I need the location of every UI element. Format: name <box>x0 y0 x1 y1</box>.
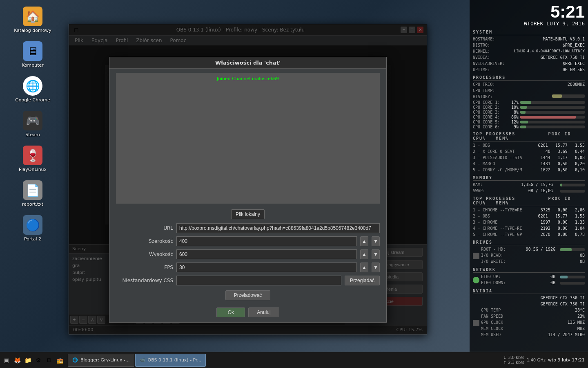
top-processes-2: TOP PROCESSES PROC ID CPU% MEM% 1 - CHRO… <box>473 196 585 238</box>
network-section: NETWORK ETH0 UP:0B ETH0 DOWN:0B <box>473 267 585 286</box>
fps-field-row: FPS ▲ ▼ <box>116 263 380 272</box>
processors-section: PROCESSORS CPU FREQ:2000MHZ CPU TEMP: HI… <box>473 75 585 129</box>
desktop-icon-playonlinux[interactable]: 🍷 PlayOnLinux <box>8 143 57 175</box>
top-proc-header-1: TOP PROCESSES PROC ID CPU% MEM% <box>473 132 585 141</box>
portal2-label: Portal 2 <box>24 236 41 242</box>
desktop-icon-komputer[interactable]: 🖥 Komputer <box>8 39 57 70</box>
playonlinux-icon: 🍷 <box>23 146 42 165</box>
net-down-icon: ↓ <box>503 355 506 360</box>
desktop-icon-chrome[interactable]: 🌐 Google Chrome <box>8 74 57 105</box>
nvidia-val: GEFORCE GTX 750 TI <box>492 55 585 61</box>
kernel-val: LINUX 4.4.0-040400RC7-LOWLATENCY <box>492 49 585 54</box>
height-spinner-down[interactable]: ▼ <box>372 249 380 259</box>
network-icon <box>473 277 479 283</box>
system-monitor: 5:21 WTOREK LUTY 9, 2016 SYSTEM HOSTNAME… <box>470 0 588 352</box>
height-label: Wysokość <box>116 251 173 257</box>
width-input[interactable] <box>176 236 357 246</box>
portal2-icon: 🔵 <box>23 215 42 235</box>
chrome-icon: 🌐 <box>23 76 42 96</box>
height-input[interactable] <box>176 249 357 259</box>
width-label: Szerokość <box>116 238 173 244</box>
drives-section: DRIVES ROOT - HD:90,5G / 192G I/O READ:0… <box>473 240 585 265</box>
memory-header: MEMORY <box>473 175 585 181</box>
taskbar-settings-icon[interactable]: ⚙ <box>33 355 43 365</box>
taskbar-start-icon[interactable]: ▣ <box>2 355 11 365</box>
nvdriver-val: $PRE_EXEC <box>506 61 585 67</box>
taskbar-radio-icon[interactable]: 📻 <box>55 355 65 365</box>
properties-modal: Właściwości dla 'chat' Joined Channel ma… <box>109 57 387 323</box>
hostname-val: MATE-BUNTU V3.0.1 <box>497 36 585 42</box>
obs-window: □ OBS 0.13.1 (linux) - Profile: nowy - S… <box>69 24 427 334</box>
komputer-label: Komputer <box>22 63 44 68</box>
date-display: WTOREK LUTY 9, 2016 <box>473 20 585 27</box>
system-header: SYSTEM <box>473 30 585 35</box>
top-proc-header-2: TOP PROCESSES PROC ID CPU% MEM% <box>473 196 585 206</box>
taskbar-apps: 🌐 Blogger: Gry-Linux -... 📹 OBS 0.13.1 (… <box>66 354 500 367</box>
taskbar: ▣ 🦊 📁 ⚙ 🖥 📻 🌐 Blogger: Gry-Linux -... 📹 … <box>0 352 588 368</box>
report-label: report.txt <box>22 202 43 207</box>
net-up-icon: ↑ <box>503 360 506 365</box>
taskbar-firefox-icon[interactable]: 🦊 <box>12 355 22 365</box>
nvidia-section: NVIDIA GEFORCE GTX 750 TI GEFORCE GTX 75… <box>473 289 585 338</box>
taskbar-left: ▣ 🦊 📁 ⚙ 🖥 📻 <box>0 355 66 365</box>
desktop-icon-report[interactable]: 📄 report.txt <box>8 178 57 209</box>
net-up-val: 2,3 kb/s <box>508 360 524 365</box>
modal-preview-area: Joined Channel maluszek69 <box>116 73 380 204</box>
cancel-button[interactable]: Anuluj <box>248 307 279 317</box>
cpu-freq-display: 1,40 GHz <box>527 358 546 362</box>
css-label: Niestandardowy CSS <box>116 278 173 283</box>
katalog-domowy-label: Katalog domowy <box>14 28 51 33</box>
css-input[interactable] <box>176 276 341 285</box>
clock-display: 5:21 <box>473 3 585 20</box>
kernel-key: KERNEL: <box>473 49 492 54</box>
width-spinner-up[interactable]: ▲ <box>360 236 368 246</box>
modal-title: Właściwości dla 'chat' <box>215 60 281 66</box>
ok-button[interactable]: Ok <box>216 307 245 317</box>
taskbar-terminal-icon[interactable]: 🖥 <box>44 355 54 365</box>
drive-icon <box>473 253 479 259</box>
fps-spinner-up[interactable]: ▲ <box>360 263 368 272</box>
url-label: URL <box>116 225 173 231</box>
fps-spinner-down[interactable]: ▼ <box>372 263 380 272</box>
steam-label: Steam <box>25 132 40 137</box>
uptime-val: 0H 6M 56S <box>492 67 585 73</box>
playonlinux-label: PlayOnLinux <box>19 167 47 172</box>
height-spinner-up[interactable]: ▲ <box>360 249 368 259</box>
url-input[interactable] <box>176 223 380 233</box>
taskbar-clock: wto 9 luty 17:21 <box>548 357 585 363</box>
modal-titlebar: Właściwości dla 'chat' <box>109 57 386 69</box>
taskbar-app-obs[interactable]: 📹 OBS 0.13.1 (linux) - Pr... <box>135 354 206 367</box>
height-field-row: Wysokość ▲ ▼ <box>116 249 380 259</box>
fps-label: FPS <box>116 265 173 270</box>
desktop-icon-katalog-domowy[interactable]: 🏠 Katalog domowy <box>8 4 57 36</box>
taskbar-app-blogger[interactable]: 🌐 Blogger: Gry-Linux -... <box>68 354 134 367</box>
modal-footer: Ok Anuluj <box>109 304 386 322</box>
cpu-freq: 2000MHZ <box>497 82 585 88</box>
taskbar-files-icon[interactable]: 📁 <box>23 355 33 365</box>
report-icon: 📄 <box>23 180 42 200</box>
taskbar-right: ↓ 3,0 kb/s ↑ 2,3 kb/s 1,40 GHz wto 9 lut… <box>500 355 588 365</box>
nvdriver-key: NVIDIADRIVER: <box>473 61 506 67</box>
blogger-label: Blogger: Gry-Linux -... <box>80 357 130 363</box>
nvidia-key: NVIDIA: <box>473 55 492 61</box>
top-processes-1: TOP PROCESSES PROC ID CPU% MEM% 1 - OBS6… <box>473 132 585 173</box>
url-field-row: URL <box>116 223 380 233</box>
width-spinner-down[interactable]: ▼ <box>372 236 380 246</box>
modal-preview-text: Joined Channel maluszek69 <box>217 76 279 81</box>
desktop-icon-steam[interactable]: 🎮 Steam <box>8 108 57 140</box>
css-field-row: Niestandardowy CSS Przeglądać <box>116 276 380 285</box>
katalog-domowy-icon: 🏠 <box>23 7 42 26</box>
reload-button[interactable]: Przeładować <box>225 290 271 300</box>
chrome-label: Google Chrome <box>15 97 50 103</box>
memory-section: MEMORY RAM: 1,35G / 15,7G SWAP: 0B / 16,… <box>473 175 585 194</box>
uptime-key: UPTIME: <box>473 67 492 73</box>
fps-input[interactable] <box>176 263 357 272</box>
local-file-button[interactable]: Plik lokalny <box>231 209 265 219</box>
network-header: NETWORK <box>473 267 585 273</box>
system-section: SYSTEM HOSTNAME:MATE-BUNTU V3.0.1 DISTRO… <box>473 30 585 73</box>
width-field-row: Szerokość ▲ ▼ <box>116 236 380 246</box>
steam-icon: 🎮 <box>23 111 42 130</box>
desktop-icon-portal2[interactable]: 🔵 Portal 2 <box>8 213 57 244</box>
browse-button[interactable]: Przeglądać <box>345 276 380 285</box>
nvidia-header: NVIDIA <box>473 289 585 294</box>
